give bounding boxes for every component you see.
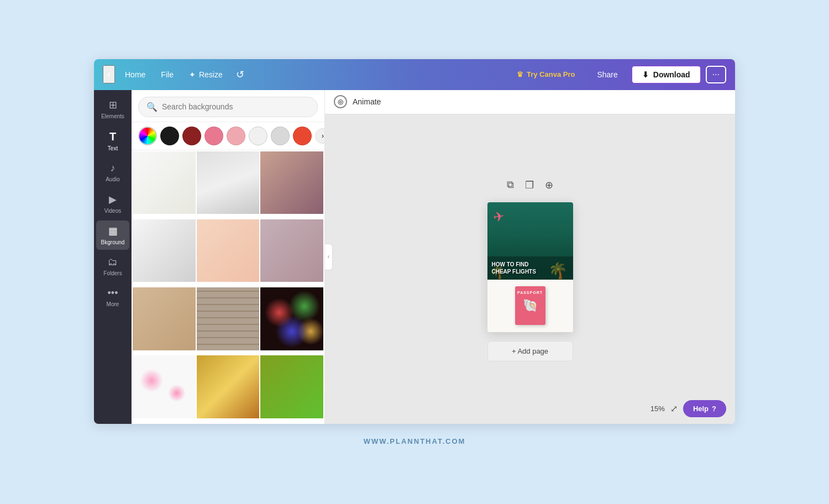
bottom-bar: 15% ⤢ Help ?: [650, 400, 726, 417]
backgrounds-grid: [132, 150, 324, 424]
resize-nav-button[interactable]: ✦ Resize: [183, 67, 228, 82]
design-card-bottom: PASSPORT: [487, 280, 573, 332]
folders-icon: 🗂: [108, 256, 118, 268]
resize-icon: ✦: [189, 70, 196, 79]
light-pink-swatch[interactable]: [227, 127, 245, 145]
red-swatch[interactable]: [182, 127, 201, 145]
background-thumb-wood[interactable]: [133, 287, 196, 350]
sidebar-item-audio[interactable]: ♪ Audio: [96, 158, 129, 187]
background-thumb-green[interactable]: [260, 355, 323, 418]
search-box[interactable]: 🔍: [138, 97, 318, 117]
passport-decoration: PASSPORT: [515, 286, 545, 325]
background-thumb-brick[interactable]: [197, 287, 260, 350]
canvas-toolbar: ⧉ ❐ ⊕: [505, 177, 555, 193]
background-thumb-mauve[interactable]: [260, 219, 323, 282]
panel-wrapper: 🔍 ›: [132, 90, 325, 424]
top-navigation: ‹ Home File ✦ Resize ↺ ♛ Try Canva Pro S…: [94, 59, 735, 90]
sidebar-item-background[interactable]: ▦ Bkground: [96, 221, 129, 250]
airplane-decoration: ✈: [491, 208, 505, 225]
design-card[interactable]: ✈ 🌴 🌴 HOW TO FIND CHEAP FLIGHTS: [487, 202, 573, 332]
try-pro-button[interactable]: ♛ Try Canva Pro: [508, 66, 584, 83]
sidebar-item-folders[interactable]: 🗂 Folders: [96, 252, 129, 281]
more-icon: •••: [108, 287, 118, 299]
sidebar-item-text[interactable]: T Text: [96, 126, 129, 156]
share-button[interactable]: Share: [588, 66, 626, 83]
audio-icon: ♪: [111, 162, 116, 174]
zoom-expand-button[interactable]: ⤢: [670, 403, 678, 414]
videos-icon: ▶: [109, 193, 117, 206]
background-thumb-warm-gradient[interactable]: [260, 151, 323, 214]
canvas-content: ⧉ ❐ ⊕ ✈ 🌴 🌴: [325, 114, 735, 424]
undo-button[interactable]: ↺: [233, 65, 248, 84]
background-thumb-floral[interactable]: [133, 151, 196, 214]
search-input[interactable]: [162, 102, 309, 111]
sidebar-item-videos[interactable]: ▶ Videos: [96, 189, 129, 218]
home-back-button[interactable]: ‹: [103, 65, 115, 83]
background-thumb-peach[interactable]: [197, 219, 260, 282]
download-icon: ⬇: [642, 70, 649, 79]
help-question-icon: ?: [712, 405, 716, 413]
search-icon: 🔍: [146, 102, 158, 112]
design-card-title-overlay: HOW TO FIND CHEAP FLIGHTS: [487, 256, 573, 280]
background-thumb-bokeh[interactable]: [260, 287, 323, 350]
add-page-above-button[interactable]: ⊕: [543, 177, 555, 193]
left-sidebar: ⊞ Elements T Text ♪ Audio ▶ Videos ▦ Bkg…: [94, 90, 132, 424]
main-area: ⊞ Elements T Text ♪ Audio ▶ Videos ▦ Bkg…: [94, 90, 735, 424]
animate-button[interactable]: Animate: [353, 97, 381, 106]
background-thumb-arch[interactable]: [197, 151, 260, 214]
color-swatches-row: ›: [132, 122, 324, 150]
background-thumb-gold[interactable]: [197, 355, 260, 418]
duplicate-page-button[interactable]: ❐: [523, 177, 536, 193]
sidebar-item-more[interactable]: ••• More: [96, 283, 129, 312]
download-button[interactable]: ⬇ Download: [631, 65, 701, 84]
animate-icon: ◎: [334, 95, 347, 108]
background-icon: ▦: [108, 225, 118, 237]
white-swatch[interactable]: [249, 127, 267, 145]
file-nav-button[interactable]: File: [155, 67, 179, 82]
design-card-top: ✈ 🌴 🌴 HOW TO FIND CHEAP FLIGHTS: [487, 202, 573, 280]
elements-icon: ⊞: [109, 99, 117, 111]
help-button[interactable]: Help ?: [683, 400, 726, 417]
background-thumb-dots[interactable]: [133, 355, 196, 418]
zoom-level-label: 15%: [650, 405, 665, 413]
add-page-button[interactable]: + Add page: [487, 341, 573, 361]
pink-swatch[interactable]: [204, 127, 223, 145]
design-title: HOW TO FIND CHEAP FLIGHTS: [492, 261, 569, 275]
light-gray-swatch[interactable]: [271, 127, 290, 145]
sidebar-item-elements[interactable]: ⊞ Elements: [96, 95, 129, 124]
backgrounds-panel: 🔍 ›: [132, 90, 325, 424]
background-thumb-triangle[interactable]: [133, 219, 196, 282]
home-nav-button[interactable]: Home: [119, 67, 151, 82]
crown-icon: ♛: [517, 70, 523, 78]
black-swatch[interactable]: [160, 127, 179, 145]
copy-page-button[interactable]: ⧉: [505, 177, 516, 193]
more-options-button[interactable]: ···: [706, 66, 726, 83]
animate-bar: ◎ Animate: [325, 90, 735, 114]
palette-swatch[interactable]: [138, 127, 157, 145]
canvas-area: ◎ Animate ⧉ ❐ ⊕ ✈: [325, 90, 735, 424]
text-icon: T: [109, 130, 116, 143]
coral-swatch[interactable]: [293, 127, 312, 145]
footer-url: WWW.PLANNTHAT.COM: [364, 437, 466, 445]
panel-collapse-handle[interactable]: ‹: [325, 244, 333, 270]
color-arrow-button[interactable]: ›: [315, 128, 324, 144]
panel-search-section: 🔍: [132, 90, 324, 122]
